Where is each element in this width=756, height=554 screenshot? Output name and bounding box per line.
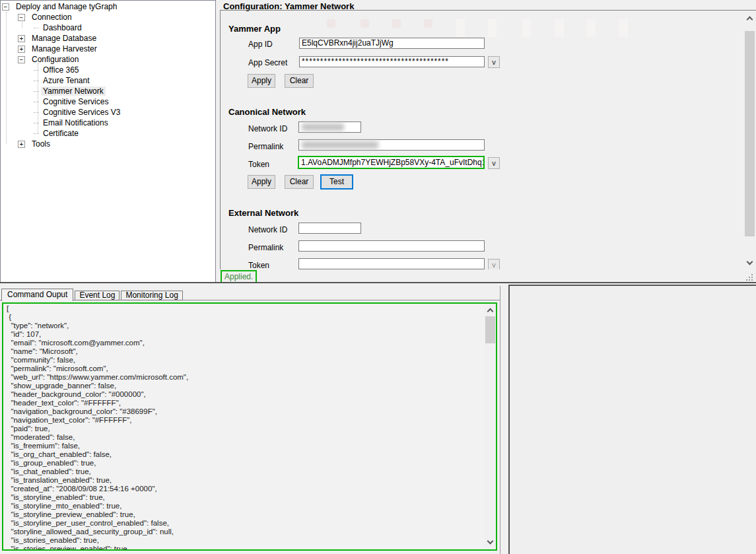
scrollbar-up-button[interactable] xyxy=(485,305,496,316)
canonical-token-label: Token xyxy=(248,160,269,169)
tree-item-certificate[interactable]: Certificate xyxy=(1,128,215,139)
tree-item-label[interactable]: Certificate xyxy=(41,129,81,138)
canonical-test-button[interactable]: Test xyxy=(320,174,353,190)
app-id-field[interactable]: E5lqCVBRxn4jij2uaTJjWg xyxy=(299,38,485,49)
tree-guide-line xyxy=(6,12,7,144)
output-panel: Command OuputEvent LogMonitoring Log [ {… xyxy=(0,286,500,554)
tree-item-label[interactable]: Deploy and Manage tyGraph xyxy=(14,2,119,11)
scrollbar-up-button[interactable] xyxy=(744,13,755,24)
secondary-panel xyxy=(508,285,756,554)
tree-guide-line xyxy=(22,17,22,28)
tree-item-tools[interactable]: +Tools xyxy=(1,139,215,149)
tree-item-label[interactable]: Cognitive Services V3 xyxy=(41,108,122,117)
tree-item-azure-tenant[interactable]: Azure Tenant xyxy=(1,75,215,86)
status-badge: Applied. xyxy=(221,270,257,283)
scrollbar-down-button[interactable] xyxy=(485,537,496,548)
canonical-network-heading: Canonical Network xyxy=(228,107,306,117)
redaction-ghost xyxy=(587,19,596,37)
redaction-ghost xyxy=(555,19,564,37)
scrollbar-thumb[interactable] xyxy=(745,31,755,236)
redaction-ghost xyxy=(424,19,432,28)
tree-item-cognitive-services[interactable]: Cognitive Services xyxy=(1,96,215,107)
canonical-permalink-label: Permalink xyxy=(248,142,283,151)
tree-item-connection[interactable]: −Connection xyxy=(1,12,215,22)
chevron-down-icon xyxy=(487,538,494,545)
tree-item-label[interactable]: Manage Harvester xyxy=(30,44,99,53)
expand-icon[interactable]: + xyxy=(18,141,25,148)
redaction-blur xyxy=(302,141,378,149)
canonical-apply-button[interactable]: Apply xyxy=(248,175,275,189)
tree-item-office-365[interactable]: Office 365 xyxy=(1,65,215,75)
config-scrollbar[interactable] xyxy=(744,13,755,269)
output-scrollbar[interactable] xyxy=(485,304,496,549)
config-panel-border xyxy=(220,10,221,269)
expand-icon[interactable]: + xyxy=(18,35,25,42)
collapse-icon[interactable]: − xyxy=(18,56,25,63)
command-output-text: [ { "type": "network", "id": 107, "email… xyxy=(7,304,482,549)
redaction-ghost xyxy=(327,19,335,28)
external-permalink-label: Permalink xyxy=(248,243,283,252)
collapse-icon[interactable]: − xyxy=(2,3,9,11)
app-id-label: App ID xyxy=(248,40,273,49)
title-separator xyxy=(220,10,756,11)
tree-item-email-notifications[interactable]: Email Notifications xyxy=(1,118,215,128)
chevron-down-icon xyxy=(747,259,753,265)
redaction-ghost xyxy=(488,19,497,37)
tree-item-label[interactable]: Dashboard xyxy=(41,23,84,32)
canonical-token-field[interactable]: 1.AVoADMJMfph7YEWHjZBp58VXy-4TA_uFvItDhq… xyxy=(298,156,485,169)
tab-command-ouput[interactable]: Command Ouput xyxy=(1,289,73,301)
tree-item-label[interactable]: Connection xyxy=(30,13,74,22)
tree-connector xyxy=(34,28,39,28)
redaction-ghost xyxy=(456,19,465,37)
chevron-up-icon xyxy=(747,17,753,23)
status-strip: Applied. xyxy=(221,269,756,283)
external-token-field[interactable] xyxy=(298,258,485,269)
canonical-token-reveal-button[interactable]: v xyxy=(488,157,500,169)
command-output-box[interactable]: [ { "type": "network", "id": 107, "email… xyxy=(2,302,497,551)
redaction-blur xyxy=(302,123,344,131)
chevron-up-icon xyxy=(487,308,494,315)
horizontal-splitter[interactable] xyxy=(0,282,756,283)
redaction-ghost xyxy=(361,19,369,28)
app-secret-field[interactable]: **************************************** xyxy=(299,56,485,67)
scrollbar-down-button[interactable] xyxy=(744,258,755,269)
redaction-ghost xyxy=(619,19,628,37)
tree-item-label[interactable]: Tools xyxy=(30,139,52,149)
tree-guide-line xyxy=(38,63,38,133)
canonical-network-id-label: Network ID xyxy=(248,124,287,133)
tree-item-deploy-and-manage-tygraph[interactable]: −Deploy and Manage tyGraph xyxy=(1,1,215,12)
tree-item-label[interactable]: Manage Database xyxy=(30,34,98,43)
tree-item-label[interactable]: Azure Tenant xyxy=(41,76,92,85)
canonical-clear-button[interactable]: Clear xyxy=(285,175,314,189)
tree-item-dashboard[interactable]: Dashboard xyxy=(1,22,215,33)
tab-monitoring-log[interactable]: Monitoring Log xyxy=(121,291,182,300)
tree-item-cognitive-services-v3[interactable]: Cognitive Services V3 xyxy=(1,107,215,118)
external-token-label: Token xyxy=(248,261,269,270)
expand-icon[interactable]: + xyxy=(18,46,25,53)
scrollbar-thumb[interactable] xyxy=(485,316,495,343)
tree-item-yammer-network[interactable]: Yammer Network xyxy=(1,86,215,96)
tree-item-label[interactable]: Configuration xyxy=(30,55,81,64)
external-permalink-field[interactable] xyxy=(298,240,485,252)
external-network-id-field[interactable] xyxy=(298,223,361,234)
output-tab-strip: Command OuputEvent LogMonitoring Log xyxy=(1,289,184,301)
redaction-ghost xyxy=(392,19,401,28)
yammer-app-apply-button[interactable]: Apply xyxy=(248,74,275,88)
yammer-app-clear-button[interactable]: Clear xyxy=(285,74,314,88)
tree-item-manage-database[interactable]: +Manage Database xyxy=(1,33,215,44)
external-network-heading: External Network xyxy=(228,208,298,218)
tree-item-label[interactable]: Office 365 xyxy=(41,65,81,75)
tree-item-configuration[interactable]: −Configuration xyxy=(1,54,215,65)
app-secret-reveal-button[interactable]: v xyxy=(488,56,500,68)
resize-grip-icon[interactable] xyxy=(746,274,747,275)
tree-item-label[interactable]: Email Notifications xyxy=(41,118,110,127)
tree-item-label[interactable]: Yammer Network xyxy=(41,87,106,96)
tree-item-label[interactable]: Cognitive Services xyxy=(41,97,110,106)
app-secret-label: App Secret xyxy=(248,58,287,67)
tab-event-log[interactable]: Event Log xyxy=(75,291,120,300)
external-network-id-label: Network ID xyxy=(248,225,287,234)
yammer-app-heading: Yammer App xyxy=(228,24,281,34)
tree-item-manage-harvester[interactable]: +Manage Harvester xyxy=(1,44,215,54)
navigation-tree: −Deploy and Manage tyGraph−ConnectionDas… xyxy=(0,0,216,283)
redaction-ghost xyxy=(522,19,531,37)
